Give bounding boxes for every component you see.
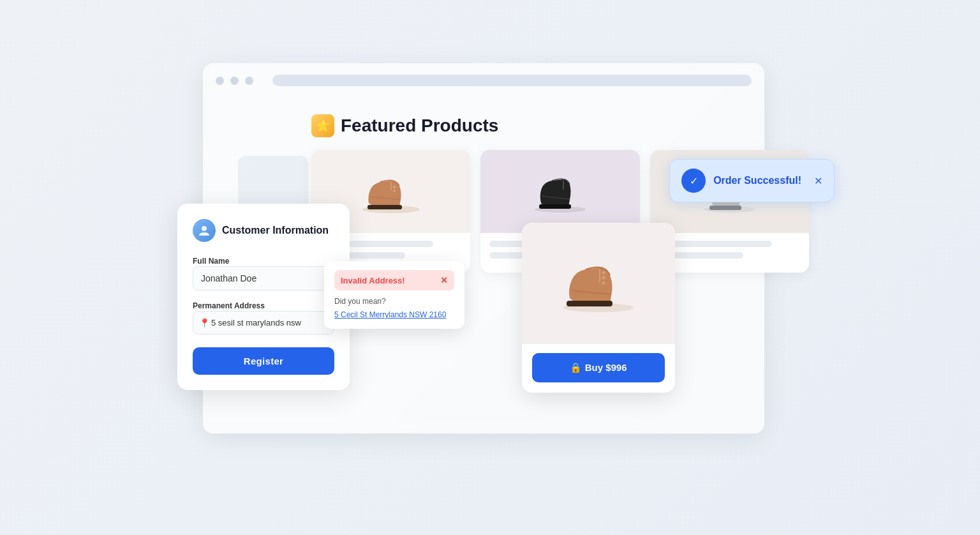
buy-button[interactable]: 🔒 Buy $996 <box>532 353 665 382</box>
pin-icon: 📍 <box>199 318 210 328</box>
svg-point-2 <box>393 190 396 192</box>
did-you-mean-text: Did you mean? <box>334 297 454 306</box>
address-label: Permanent Address <box>193 301 265 310</box>
browser-addressbar <box>272 75 752 86</box>
invalid-address-tooltip: Invalid Address! ✕ Did you mean? 5 Cecil… <box>324 261 464 329</box>
full-name-input[interactable] <box>193 266 334 290</box>
card-header: Customer Information <box>193 219 334 242</box>
invalid-close-icon[interactable]: ✕ <box>440 275 448 285</box>
svg-rect-5 <box>539 204 571 209</box>
toast-close-icon[interactable]: ✕ <box>814 175 822 187</box>
svg-point-3 <box>393 186 396 188</box>
svg-point-16 <box>602 276 605 279</box>
address-input[interactable] <box>193 311 334 335</box>
svg-rect-14 <box>567 301 612 306</box>
featured-brown-boot-icon <box>554 253 643 314</box>
address-suggestion-link[interactable]: 5 Cecil St Merrylands NSW 2160 <box>334 310 446 319</box>
browser-dot-green <box>245 77 253 85</box>
order-success-text: Order Successful! <box>713 175 801 186</box>
address-input-wrapper: 📍 <box>193 311 334 335</box>
user-icon <box>198 224 211 237</box>
featured-title: Featured Products <box>341 116 498 136</box>
browser-dot-yellow <box>230 77 239 85</box>
product-featured-card: 🔒 Buy $996 <box>522 223 675 393</box>
browser-dot-red <box>216 77 224 85</box>
customer-info-title: Customer Information <box>222 225 329 236</box>
svg-rect-7 <box>709 206 741 210</box>
full-name-label: Full Name <box>193 257 229 266</box>
invalid-address-text: Invalid Address! <box>341 276 405 285</box>
svg-point-15 <box>602 281 605 284</box>
svg-rect-1 <box>368 205 402 209</box>
success-check-icon: ✓ <box>681 169 706 193</box>
invalid-header: Invalid Address! ✕ <box>334 270 454 290</box>
avatar-icon <box>193 219 216 242</box>
product-line <box>659 241 772 247</box>
svg-point-12 <box>202 226 207 231</box>
brown-boot-icon-1 <box>356 168 426 216</box>
product-card-img-2 <box>480 150 639 233</box>
browser-toolbar <box>203 63 764 98</box>
register-button[interactable]: Register <box>193 347 334 375</box>
order-success-toast: ✓ Order Successful! ✕ <box>669 159 835 202</box>
star-icon: ⭐ <box>311 114 334 137</box>
dark-boot-icon <box>525 168 595 216</box>
featured-header: ⭐ Featured Products <box>311 114 809 137</box>
product-featured-img <box>522 223 675 344</box>
svg-point-17 <box>602 271 605 274</box>
